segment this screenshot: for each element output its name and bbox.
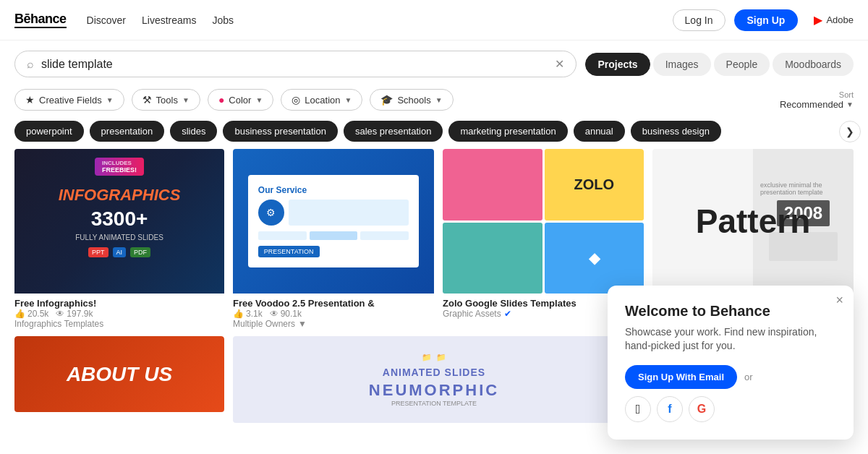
creative-fields-filter[interactable]: ★ Creative Fields ▼ bbox=[14, 89, 124, 111]
adobe-icon: ▶ bbox=[814, 13, 822, 27]
creative-fields-icon: ★ bbox=[25, 94, 35, 106]
sort-chevron-icon: ▼ bbox=[846, 100, 854, 108]
signup-email-button[interactable]: Sign Up With Email bbox=[625, 365, 737, 389]
or-label: or bbox=[744, 372, 753, 382]
popup-social:  f G bbox=[625, 396, 715, 422]
location-filter[interactable]: ◎ Location ▼ bbox=[281, 89, 362, 111]
nav-livestreams[interactable]: Livestreams bbox=[142, 14, 196, 26]
popup-close-button[interactable]: × bbox=[835, 293, 843, 308]
search-box: ⌕ ✕ bbox=[14, 51, 576, 77]
sort-label: Sort bbox=[780, 90, 854, 99]
tag-row: powerpoint presentation slides business … bbox=[0, 118, 868, 149]
tag-powerpoint[interactable]: powerpoint bbox=[14, 121, 84, 142]
top-nav: Bēhance Discover Livestreams Jobs Log In… bbox=[0, 0, 868, 40]
nav-jobs[interactable]: Jobs bbox=[212, 14, 234, 26]
tag-next-icon[interactable]: ❯ bbox=[839, 121, 861, 142]
project-card-voodoo[interactable]: Our Service ⚙ PRESENTATION Free Voodoo 2… bbox=[233, 149, 434, 330]
color-filter[interactable]: ● Color ▼ bbox=[208, 89, 273, 111]
popup-actions: Sign Up With Email or  f G bbox=[625, 365, 836, 422]
tag-business-design[interactable]: business design bbox=[631, 121, 721, 142]
tag-marketing-presentation[interactable]: marketing presentation bbox=[448, 121, 567, 142]
login-button[interactable]: Log In bbox=[673, 9, 726, 31]
tab-projects[interactable]: Projects bbox=[585, 53, 650, 76]
tag-presentation[interactable]: presentation bbox=[90, 121, 165, 142]
search-icon: ⌕ bbox=[27, 58, 34, 71]
project-card-neumorphic[interactable]: 📁 📁 ANIMATED SLIDES NEUMORPHIC PRESENTAT… bbox=[233, 336, 635, 423]
tab-moodboards[interactable]: Moodboards bbox=[773, 53, 854, 76]
nav-links: Discover Livestreams Jobs bbox=[87, 14, 234, 26]
adobe-logo: ▶ Adobe bbox=[814, 13, 854, 27]
signup-button[interactable]: Sign Up bbox=[734, 9, 799, 31]
card-title-voodoo: Free Voodoo 2.5 Presentation & bbox=[233, 298, 434, 309]
tag-business-presentation[interactable]: business presentation bbox=[223, 121, 337, 142]
google-signin-button[interactable]: G bbox=[689, 396, 715, 422]
schools-filter[interactable]: 🎓 Schools ▼ bbox=[370, 89, 453, 111]
popup-desc: Showcase your work. Find new inspiration… bbox=[625, 325, 836, 354]
nav-discover[interactable]: Discover bbox=[87, 14, 126, 26]
search-tabs: Projects Images People Moodboards bbox=[585, 53, 854, 76]
nav-auth: Log In Sign Up ▶ Adobe bbox=[673, 9, 854, 31]
location-icon: ◎ bbox=[292, 94, 300, 106]
chevron-down-icon5: ▼ bbox=[435, 96, 443, 104]
tag-slides[interactable]: slides bbox=[170, 121, 217, 142]
card-subtitle-infographics: Infographics Templates bbox=[14, 319, 224, 329]
logo[interactable]: Bēhance bbox=[14, 12, 67, 28]
project-card-row2-1[interactable]: ABOUT US bbox=[14, 336, 224, 423]
tab-images[interactable]: Images bbox=[653, 53, 711, 76]
tools-filter[interactable]: ⚒ Tools ▼ bbox=[132, 89, 200, 111]
sort-area: Sort Recommended ▼ bbox=[780, 90, 854, 110]
likes-stat: 👍 20.5k bbox=[14, 309, 48, 319]
tag-sales-presentation[interactable]: sales presentation bbox=[344, 121, 443, 142]
project-card-infographics[interactable]: INCLUDES FREEBIES! INFOGRAPHICS 3300+ FU… bbox=[14, 149, 224, 330]
chevron-down-icon4: ▼ bbox=[344, 96, 352, 104]
search-input[interactable] bbox=[41, 58, 548, 71]
tag-annual[interactable]: annual bbox=[574, 121, 625, 142]
chevron-down-icon2: ▼ bbox=[182, 96, 190, 104]
tab-people[interactable]: People bbox=[714, 53, 770, 76]
tools-icon: ⚒ bbox=[142, 94, 152, 106]
verified-icon: ✔ bbox=[504, 309, 511, 319]
card-title-infographics: Free Infographics! bbox=[14, 298, 224, 309]
multiple-owners-icon: ▼ bbox=[298, 319, 307, 329]
filter-bar: ★ Creative Fields ▼ ⚒ Tools ▼ ● Color ▼ … bbox=[0, 85, 868, 118]
chevron-down-icon3: ▼ bbox=[255, 96, 263, 104]
chevron-down-icon: ▼ bbox=[106, 96, 114, 104]
views-stat-2: 👁 90.1k bbox=[270, 309, 302, 319]
facebook-signin-button[interactable]: f bbox=[657, 396, 683, 422]
card-subtitle-voodoo: Multiple Owners ▼ bbox=[233, 319, 434, 329]
views-stat: 👁 197.9k bbox=[56, 309, 93, 319]
apple-signin-button[interactable]:  bbox=[625, 396, 651, 422]
color-icon: ● bbox=[218, 94, 224, 106]
likes-stat-2: 👍 3.1k bbox=[233, 309, 263, 319]
sort-value[interactable]: Recommended ▼ bbox=[780, 99, 854, 110]
popup-title: Welcome to Behance bbox=[625, 303, 836, 320]
welcome-popup: × Welcome to Behance Showcase your work.… bbox=[608, 286, 854, 440]
search-area: ⌕ ✕ Projects Images People Moodboards bbox=[0, 40, 868, 85]
clear-icon[interactable]: ✕ bbox=[555, 57, 564, 71]
schools-icon: 🎓 bbox=[380, 94, 393, 106]
